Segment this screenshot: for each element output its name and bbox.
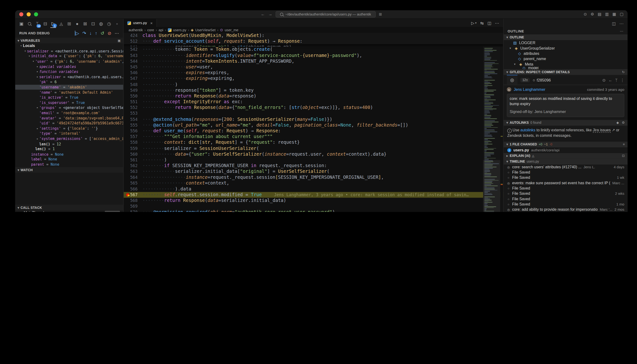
- settings-icon[interactable]: ⚙: [622, 121, 624, 124]
- code-line[interactable]: 563············serializer.initial_data["…: [124, 169, 503, 174]
- variables-header[interactable]: ▾ VARIABLES ▣: [15, 38, 123, 44]
- variable-row[interactable]: parent = None: [15, 162, 123, 167]
- settings-gear-icon[interactable]: ⚙: [590, 12, 594, 17]
- timeline-item[interactable]: ◎events: make sure password set event ha…: [504, 180, 628, 186]
- minimap[interactable]: [483, 47, 500, 212]
- code-line[interactable]: 562········if SESSION_KEY_IMPERSONATE_US…: [124, 163, 503, 169]
- more-actions-icon[interactable]: ⋯: [620, 29, 624, 33]
- minimize-window-icon[interactable]: [27, 12, 31, 16]
- variable-row[interactable]: ▾initial_data = {'user': {'pk': 6, 'user…: [15, 54, 123, 59]
- copy-icon[interactable]: ▣: [118, 38, 121, 42]
- commit-hash[interactable]: ○f285096: [533, 78, 551, 82]
- timeline-section-header[interactable]: ▾TIMELINE users.py: [504, 159, 628, 164]
- open-changes-icon[interactable]: ⇆: [480, 21, 484, 25]
- view-list-icon[interactable]: ≡: [623, 142, 624, 146]
- outline-section-header[interactable]: ▾OUTLINE: [504, 34, 628, 40]
- timeline-item[interactable]: ◎core: search users' attributes (#12740)…: [504, 164, 628, 170]
- code-line[interactable]: 551········except IntegrityError as exc:: [124, 99, 503, 105]
- variable-row[interactable]: ▸serializer = <authentik.core.api.users.…: [15, 74, 123, 80]
- breadcrumb-item[interactable]: authentik: [128, 28, 143, 32]
- watch-header[interactable]: ▾ WATCH: [15, 167, 123, 173]
- variable-row[interactable]: ▸function variables: [15, 69, 123, 74]
- variable-row[interactable]: len() = 1: [15, 146, 123, 152]
- outline-item[interactable]: ▤LOGGER: [504, 40, 628, 45]
- code-line[interactable]: 559········serializer = SessionUserSeria…: [124, 146, 503, 151]
- code-line[interactable]: 565················context=context,: [124, 180, 503, 186]
- timeline-icon[interactable]: ◷: [106, 20, 112, 28]
- outline-item[interactable]: ◇attributes: [504, 51, 628, 56]
- timeline-item[interactable]: ○File Saved1 mo: [504, 202, 628, 207]
- outline-item[interactable]: ▾◈Meta: [504, 62, 628, 67]
- variable-row[interactable]: 'email' = 'root@example.com': [15, 110, 123, 116]
- code-line[interactable]: 570····@permission_required(obj_perm="au…: [124, 210, 503, 212]
- variable-row[interactable]: instance = None: [15, 152, 123, 157]
- code-line[interactable]: 543················identifier=slugify(va…: [124, 53, 503, 58]
- code-line[interactable]: 544················intent=TokenIntents.I…: [124, 58, 503, 64]
- account-icon[interactable]: ⊙: [584, 12, 587, 17]
- gitlens-tab[interactable]: ◎: [507, 75, 518, 84]
- layout-panel-icon[interactable]: ▥: [605, 12, 609, 17]
- code-line[interactable]: 557········"""Get information about curr…: [124, 134, 503, 140]
- debug-restart-icon[interactable]: ↺: [100, 31, 104, 36]
- code-line[interactable]: 567▶········self.request.session.modifie…: [124, 192, 503, 198]
- autolinks-link[interactable]: autolinks: [520, 128, 536, 132]
- timeline-item[interactable]: ○File Saved2 wks: [504, 191, 628, 196]
- variable-row[interactable]: 'pk' = 6: [15, 80, 123, 84]
- timeline-item[interactable]: ○File Saved: [504, 196, 628, 202]
- run-python-file-icon[interactable]: ▷: [471, 21, 474, 25]
- code-line[interactable]: 556····def user_me(self, request: Reques…: [124, 128, 503, 134]
- run-and-debug-icon[interactable]: ▷1: [50, 20, 56, 28]
- code-line[interactable]: 547················expiring=expiring,: [124, 76, 503, 82]
- traffic-lights[interactable]: [19, 12, 38, 16]
- code-line[interactable]: 541············response["group_pk"] = st…: [124, 44, 503, 47]
- testing-icon[interactable]: ◬: [58, 20, 64, 28]
- code-line[interactable]: 554····@extend_schema(responses={200: Se…: [124, 116, 503, 122]
- remote-explorer-icon[interactable]: ⊟: [42, 20, 48, 28]
- variable-row[interactable]: label = None: [15, 157, 123, 162]
- code-line[interactable]: 546················expires=expires,: [124, 70, 503, 76]
- variable-row[interactable]: 'is_active' = True: [15, 95, 123, 100]
- breadcrumb-item[interactable]: api: [158, 28, 163, 32]
- pipelines-icon[interactable]: ⊠: [82, 20, 88, 28]
- variable-row[interactable]: 'name' = 'authentik Default Admin': [15, 90, 123, 95]
- outline-item[interactable]: ▾◈UserGroupSerializer: [504, 46, 628, 51]
- extensions-icon[interactable]: ⊞: [66, 20, 72, 28]
- code-line[interactable]: 548············): [124, 82, 503, 88]
- breadcrumb-item[interactable]: user_me: [225, 28, 238, 32]
- call-stack-header[interactable]: ▾ CALL STACK: [15, 205, 123, 210]
- code-line[interactable]: 549············response["token"] = token…: [124, 88, 503, 93]
- variable-row[interactable]: 'is_superuser' = True: [15, 100, 123, 105]
- code-line[interactable]: 561········): [124, 157, 503, 163]
- live-share-icon[interactable]: ◍: [98, 20, 104, 28]
- code-line[interactable]: 555····@action(url_path="me", url_name="…: [124, 122, 503, 128]
- variable-row[interactable]: ▾'user' = {'pk': 6, 'username': 'akadmin…: [15, 59, 123, 64]
- autolink-icon[interactable]: ◆: [616, 121, 619, 124]
- customize-layout-icon[interactable]: ▢: [620, 12, 624, 17]
- gitlens-section-header[interactable]: ▾GITLENS: INSPECT: COMMIT DETAILS ↻: [504, 69, 628, 75]
- todo-tree-icon[interactable]: ⊡: [90, 20, 96, 28]
- close-icon[interactable]: ×: [150, 21, 152, 25]
- variable-row[interactable]: ▸special variables: [15, 64, 123, 69]
- autolinks-section-header[interactable]: ▾AUTOLINKS 0 found ◆⚙: [504, 120, 628, 126]
- overview-ruler[interactable]: [500, 47, 503, 212]
- debug-more-icon[interactable]: ⋯: [115, 31, 119, 36]
- breadcrumb-item[interactable]: UserViewSet: [195, 28, 216, 32]
- pin-icon[interactable]: ⊙: [602, 78, 606, 82]
- feedback-icon[interactable]: ⊡: [622, 154, 625, 158]
- code-line[interactable]: 564················instance=request._req…: [124, 174, 503, 180]
- command-center[interactable]: ~/dev/authentik/authentik/core/api/users…: [276, 11, 376, 18]
- debug-disconnect-icon[interactable]: ⊘: [108, 31, 111, 36]
- breadcrumb-item[interactable]: users.py: [173, 28, 186, 32]
- variable-row[interactable]: ▾serializer = <authentik.core.api.users.…: [15, 49, 123, 54]
- explain-ai-section-header[interactable]: ▸EXPLAIN (AI) ◬ ⊡: [504, 153, 628, 159]
- split-editor-icon[interactable]: ◫: [487, 21, 491, 25]
- open-changes-icon[interactable]: ◫: [612, 21, 616, 26]
- variable-row[interactable]: 'avatar' = 'data:image/svg+xml;base64,PH…: [15, 116, 123, 121]
- search-icon[interactable]: [26, 20, 32, 28]
- breadcrumb-item[interactable]: core: [147, 28, 154, 32]
- code-line[interactable]: 560············data={"user": UserSelfSer…: [124, 151, 503, 157]
- layout-sidebar-left-icon[interactable]: ▤: [598, 12, 601, 17]
- variable-row[interactable]: ▾Locals: [15, 44, 123, 49]
- variable-row[interactable]: ▸'system_permissions' = ['access_admin_i…: [15, 136, 123, 141]
- code-line[interactable]: 424class UserViewSet(UsedByMixin, ModelV…: [124, 33, 503, 38]
